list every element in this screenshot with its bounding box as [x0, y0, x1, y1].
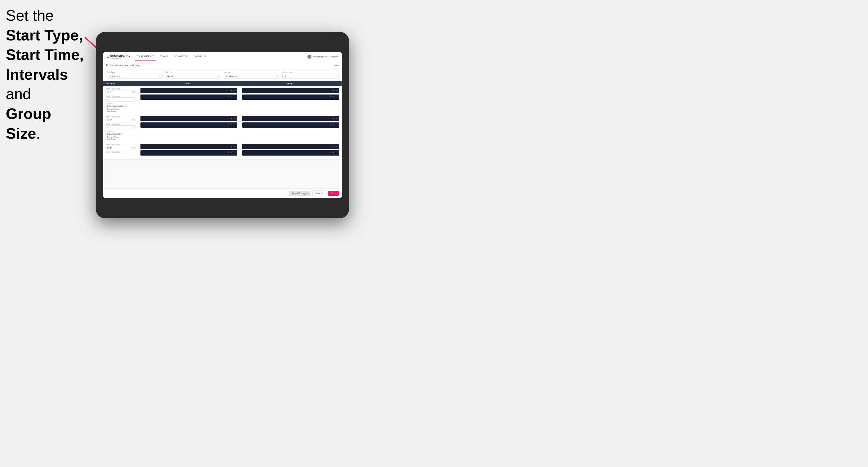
table-body: STARTING TIME: 10:00 🕙 STARTING HOLE: 1 … — [103, 86, 342, 188]
remove-player[interactable]: ✕ — [333, 90, 334, 92]
logo-sub: Powered by clipp — [110, 57, 130, 59]
plus-icon-1: + — [105, 110, 107, 112]
player-options[interactable]: ⋯ — [336, 152, 338, 154]
starting-hole-label-2: STARTING HOLE: — [105, 123, 135, 125]
drag-handle: ⠿ — [228, 152, 229, 154]
player-options[interactable]: ⋯ — [234, 146, 236, 148]
group-1-sidebar: STARTING TIME: 10:00 🕙 STARTING HOLE: 1 … — [103, 86, 138, 114]
logo-text: SCOREBOARD — [110, 54, 130, 57]
breadcrumb-tournament[interactable]: Clippd Invitational — [110, 64, 128, 67]
logo-c-icon: C — [107, 55, 109, 58]
group-size-label: Group Size — [282, 71, 339, 73]
intervals-group: Intervals 10 Minutes ▾ — [224, 71, 280, 79]
back-button[interactable]: ‹ Back — [332, 64, 339, 67]
drag-handle: ⠿ — [330, 96, 332, 98]
remove-player[interactable]: ✕ — [230, 124, 232, 126]
col-team1: Team 1 — [138, 81, 240, 86]
player-options[interactable]: ⋯ — [336, 90, 338, 92]
player-row: ⠿ ✕ ⋯ — [141, 116, 237, 121]
player-options[interactable]: ⋯ — [336, 124, 338, 126]
back-arrow-icon: ‹ — [332, 64, 332, 67]
tab-committee[interactable]: COMMITTEE — [173, 52, 189, 61]
intervals-value: 10 Minutes — [226, 75, 237, 77]
remove-player[interactable]: ✕ — [333, 124, 334, 126]
tab-teams[interactable]: TEAMS — [159, 52, 169, 61]
start-time-label: Start Time — [165, 71, 221, 73]
drag-handle: ⠿ — [228, 90, 229, 92]
tablet-screen: C SCOREBOARD Powered by clipp TOURNAMENT… — [103, 52, 342, 198]
starting-time-input-3[interactable]: 10:20 🕙 — [105, 146, 135, 150]
player-row: ⠿ ✕ ⋯ — [242, 150, 339, 156]
team1-col-3: ⠿ ✕ ⋯ ⠿ ✕ ⋯ — [138, 142, 240, 159]
add-group-1[interactable]: + Add Group — [105, 110, 135, 112]
user-email: blair@clippd.io — [313, 56, 327, 58]
remove-player[interactable]: ✕ — [230, 90, 232, 92]
drag-handle: ⠿ — [228, 124, 229, 126]
start-time-value: 10:00 — [167, 75, 173, 77]
player-options[interactable]: ⋯ — [234, 96, 236, 98]
remove-player[interactable]: ✕ — [333, 96, 334, 98]
starting-time-input-1[interactable]: 10:00 🕙 — [105, 90, 135, 94]
player-options[interactable]: ⋯ — [234, 124, 236, 126]
remove-course-1[interactable]: ✕ — [125, 105, 126, 107]
start-time-select[interactable]: 10:00 ▾ — [165, 74, 221, 79]
player-options[interactable]: ⋯ — [234, 90, 236, 92]
add-group-2[interactable]: + Add Group — [105, 138, 135, 140]
player-row: ⠿ ✕ ⋯ — [242, 94, 339, 100]
group-3-sidebar: STARTING TIME: 10:20 🕙 STARTING HOLE: — [103, 142, 138, 159]
breadcrumb-logo: C — [106, 64, 108, 67]
start-type-value: 1st Tee Start — [108, 75, 121, 77]
start-type-group: Start Type 1st Tee Start ▾ — [106, 71, 162, 79]
starting-hole-label-1: STARTING HOLE: — [105, 95, 135, 97]
remove-player[interactable]: ✕ — [230, 118, 232, 120]
starting-time-input-2[interactable]: 10:10 🕙 — [105, 118, 135, 122]
clock-icon-2: 🕙 — [131, 119, 134, 121]
starting-time-label-1: STARTING TIME: — [105, 88, 135, 90]
remove-player[interactable]: ✕ — [230, 96, 232, 98]
group-size-select[interactable]: 3 ▾ — [282, 74, 339, 79]
remove-course-2[interactable]: ✕ — [120, 133, 122, 135]
reset-changes-button[interactable]: Reset Changes — [289, 191, 311, 196]
player-options[interactable]: ⋯ — [234, 152, 236, 154]
player-options[interactable]: ⋯ — [336, 146, 338, 148]
starting-time-label-3: STARTING TIME: — [105, 144, 135, 146]
remove-group-2[interactable]: ○ Remove Group — [105, 136, 135, 138]
player-options[interactable]: ⋯ — [336, 118, 338, 120]
drag-handle: ⠿ — [330, 90, 332, 92]
player-row: ⠿ ✕ ⋯ — [141, 122, 237, 128]
chevron-down-icon: ▾ — [159, 75, 160, 77]
drag-handle: ⠿ — [330, 124, 332, 126]
save-button[interactable]: Save — [328, 191, 339, 196]
chevron-down-icon-2: ▾ — [218, 75, 219, 77]
table-row: STARTING TIME: 10:20 🕙 STARTING HOLE: ⠿ … — [103, 142, 342, 160]
remove-player[interactable]: ✕ — [333, 146, 334, 148]
remove-player[interactable]: ✕ — [333, 152, 334, 154]
group-size-value: 3 — [284, 75, 285, 77]
remove-group-1[interactable]: ○ Remove Group — [105, 108, 135, 110]
player-options[interactable]: ⋯ — [336, 96, 338, 98]
breadcrumb-status: Hosting — [132, 64, 140, 67]
table-row: STARTING TIME: 10:00 🕙 STARTING HOLE: 1 … — [103, 86, 342, 114]
team1-col-1: ⠿ ✕ ⋯ ⠿ ✕ ⋯ — [138, 86, 240, 114]
course-name-2: East Lake GC — [109, 133, 120, 135]
starting-hole-input-1[interactable]: 1 ⇕ — [105, 97, 135, 101]
starting-hole-input-2[interactable]: 1 ⇕ — [105, 125, 135, 129]
remove-player[interactable]: ✕ — [333, 118, 334, 120]
cancel-button[interactable]: Cancel — [312, 190, 326, 196]
sign-out-link[interactable]: Sign out — [331, 56, 338, 58]
start-type-select[interactable]: 1st Tee Start ▾ — [106, 74, 162, 79]
player-row: ⠿ ✕ ⋯ — [242, 116, 339, 121]
breadcrumb-bar: C Clippd Invitational › Hosting ‹ Back — [103, 61, 342, 69]
tab-tournaments[interactable]: TOURNAMENTS — [135, 52, 156, 61]
tab-rankings[interactable]: RANKINGS — [192, 52, 207, 61]
player-options[interactable]: ⋯ — [234, 118, 236, 120]
drag-handle: ⠿ — [330, 146, 332, 148]
course-icon-1: ⛳ — [106, 105, 108, 107]
remove-player[interactable]: ✕ — [230, 146, 232, 148]
player-row: ⠿ ✕ ⋯ — [141, 88, 237, 93]
remove-player[interactable]: ✕ — [230, 152, 232, 154]
start-time-group: Start Time 10:00 ▾ — [165, 71, 221, 79]
circle-icon-2: ○ — [105, 136, 107, 138]
circle-icon-1: ○ — [105, 108, 107, 110]
intervals-select[interactable]: 10 Minutes ▾ — [224, 74, 280, 79]
